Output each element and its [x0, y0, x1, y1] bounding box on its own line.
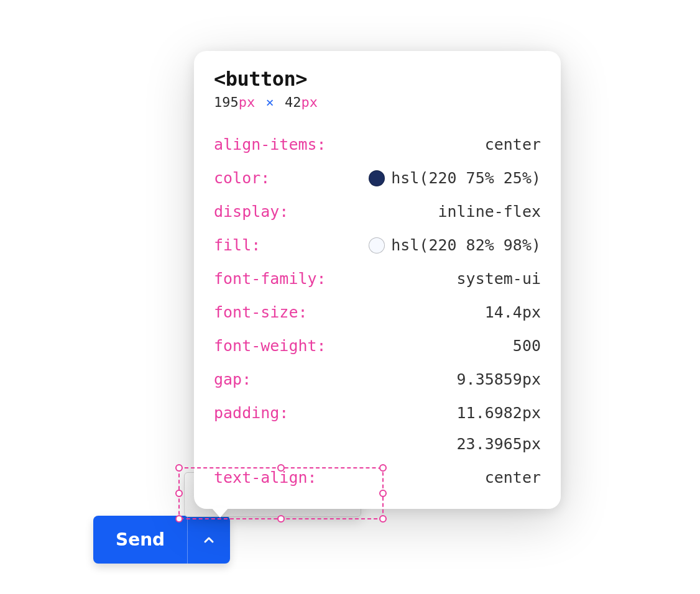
css-prop-value: 14.4px: [326, 300, 541, 325]
color-swatch: [369, 237, 385, 254]
css-prop-value: hsl(220 82% 98%): [326, 233, 541, 258]
css-prop-value: 500: [326, 334, 541, 359]
css-prop-value: hsl(220 75% 25%): [326, 166, 541, 191]
send-dropdown-toggle[interactable]: [187, 516, 230, 564]
css-prop-key: font-weight: [214, 334, 326, 359]
selection-handle-tl[interactable]: [175, 464, 183, 472]
css-prop-key: display: [214, 199, 326, 224]
stage: <button> 195px × 42px align-itemscenterc…: [0, 0, 700, 594]
tooltip-arrow: [211, 508, 229, 518]
chevron-up-icon: [201, 532, 216, 547]
selection-handle-br[interactable]: [379, 515, 387, 523]
css-prop-value: center: [326, 132, 541, 157]
dimension-width-unit: px: [239, 94, 256, 110]
css-prop-key: color: [214, 166, 326, 191]
css-prop-value: 11.6982px23.3965px: [326, 401, 541, 457]
inspector-tooltip: <button> 195px × 42px align-itemscenterc…: [194, 51, 561, 509]
send-button[interactable]: Send: [93, 516, 187, 564]
css-prop-key: text-align: [214, 465, 326, 490]
send-label: Send: [116, 529, 165, 550]
css-prop-value: system-ui: [326, 267, 541, 291]
selection-handle-ml[interactable]: [175, 490, 183, 497]
dimension-height-unit: px: [302, 94, 318, 110]
dimension-separator: ×: [264, 94, 277, 110]
inspected-dimensions: 195px × 42px: [214, 94, 541, 110]
css-prop-key: padding: [214, 401, 326, 457]
dimension-width: 195: [214, 94, 239, 110]
css-prop-value: 9.35859px: [326, 367, 541, 392]
css-prop-key: font-family: [214, 267, 326, 291]
css-prop-key: align-items: [214, 132, 326, 157]
css-prop-key: fill: [214, 233, 326, 258]
color-swatch: [369, 170, 385, 186]
css-prop-key: font-size: [214, 300, 326, 325]
css-prop-key: gap: [214, 367, 326, 392]
send-button-group: Send: [93, 516, 230, 564]
css-property-list: align-itemscentercolorhsl(220 75% 25%)di…: [214, 132, 541, 490]
inspected-element-tag: <button>: [214, 67, 541, 91]
css-prop-value: inline-flex: [326, 199, 541, 224]
dimension-height: 42: [285, 94, 302, 110]
css-prop-value: center: [326, 465, 541, 490]
